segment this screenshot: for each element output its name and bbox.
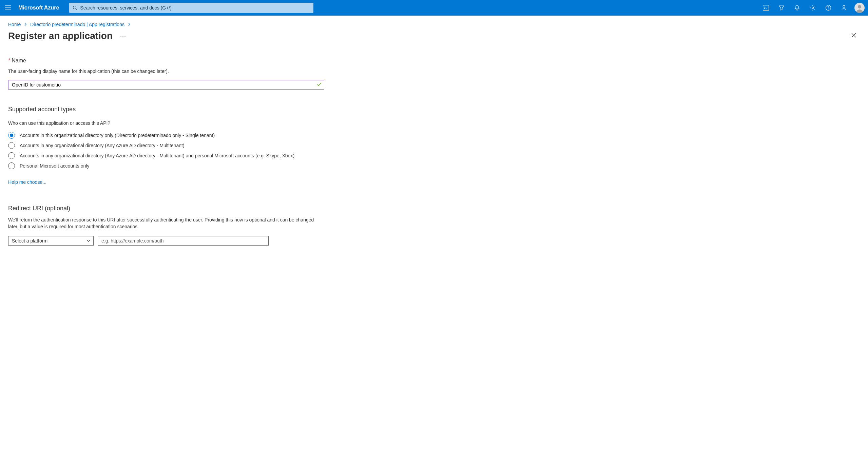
breadcrumb-home[interactable]: Home	[8, 22, 21, 27]
filter-icon	[778, 5, 785, 11]
svg-point-3	[812, 7, 814, 9]
redirect-heading: Redirect URI (optional)	[8, 205, 324, 212]
chevron-right-icon	[128, 22, 131, 27]
breadcrumb: Home Directorio predeterminado | App reg…	[0, 16, 868, 29]
radio-label: Accounts in any organizational directory…	[20, 153, 294, 158]
close-icon	[851, 33, 856, 38]
help-button[interactable]	[821, 0, 836, 16]
account-types-heading: Supported account types	[8, 106, 324, 113]
global-search[interactable]	[69, 3, 313, 13]
name-input[interactable]	[8, 80, 324, 90]
feedback-button[interactable]	[836, 0, 852, 16]
cloud-shell-button[interactable]	[758, 0, 774, 16]
help-me-choose-link[interactable]: Help me choose...	[8, 179, 46, 185]
help-icon	[825, 5, 831, 11]
page-title: Register an application	[8, 31, 113, 41]
directory-filter-button[interactable]	[774, 0, 789, 16]
svg-point-5	[843, 5, 845, 7]
gear-icon	[810, 5, 816, 11]
svg-point-6	[858, 5, 861, 8]
settings-button[interactable]	[805, 0, 821, 16]
account-menu[interactable]	[852, 0, 867, 16]
redirect-description: We'll return the authentication response…	[8, 217, 324, 230]
search-icon	[73, 5, 77, 10]
avatar-icon	[854, 3, 865, 13]
chevron-right-icon	[24, 22, 27, 27]
radio-icon	[8, 142, 15, 149]
svg-rect-2	[763, 5, 769, 11]
platform-select-label: Select a platform	[12, 238, 47, 244]
radio-icon	[8, 152, 15, 159]
name-label: Name	[12, 58, 26, 63]
radio-icon	[8, 132, 15, 139]
required-star: *	[8, 58, 10, 63]
redirect-row: Select a platform	[8, 236, 324, 246]
feedback-icon	[841, 5, 847, 11]
radio-icon	[8, 162, 15, 169]
redirect-uri-input[interactable]	[98, 236, 269, 246]
chevron-down-icon	[86, 239, 91, 242]
notifications-button[interactable]	[789, 0, 805, 16]
more-actions-button[interactable]: ···	[120, 33, 126, 40]
check-icon	[317, 82, 322, 88]
account-type-option-multitenant-personal[interactable]: Accounts in any organizational directory…	[8, 152, 324, 159]
name-description: The user-facing display name for this ap…	[8, 69, 324, 74]
radio-label: Accounts in any organizational directory…	[20, 143, 185, 148]
account-types-question: Who can use this application or access t…	[8, 120, 324, 126]
svg-line-1	[76, 9, 77, 10]
bell-icon	[794, 5, 800, 11]
form-area: *Name The user-facing display name for t…	[0, 48, 332, 246]
topbar: Microsoft Azure	[0, 0, 868, 16]
platform-select[interactable]: Select a platform	[8, 236, 94, 246]
top-icons	[758, 0, 852, 16]
hamburger-icon	[5, 5, 11, 10]
menu-toggle[interactable]	[0, 0, 16, 16]
title-row: Register an application ···	[0, 29, 868, 48]
brand-label[interactable]: Microsoft Azure	[16, 5, 66, 11]
global-search-input[interactable]	[77, 5, 310, 11]
breadcrumb-app-registrations[interactable]: Directorio predeterminado | App registra…	[30, 22, 124, 27]
svg-point-0	[73, 6, 76, 9]
radio-label: Accounts in this organizational director…	[20, 133, 215, 138]
radio-label: Personal Microsoft accounts only	[20, 163, 89, 169]
cloud-shell-icon	[763, 5, 769, 11]
close-button[interactable]	[849, 31, 859, 41]
account-type-option-personal[interactable]: Personal Microsoft accounts only	[8, 162, 324, 169]
name-label-row: *Name	[8, 58, 324, 64]
account-type-option-single-tenant[interactable]: Accounts in this organizational director…	[8, 132, 324, 139]
account-type-option-multitenant[interactable]: Accounts in any organizational directory…	[8, 142, 324, 149]
